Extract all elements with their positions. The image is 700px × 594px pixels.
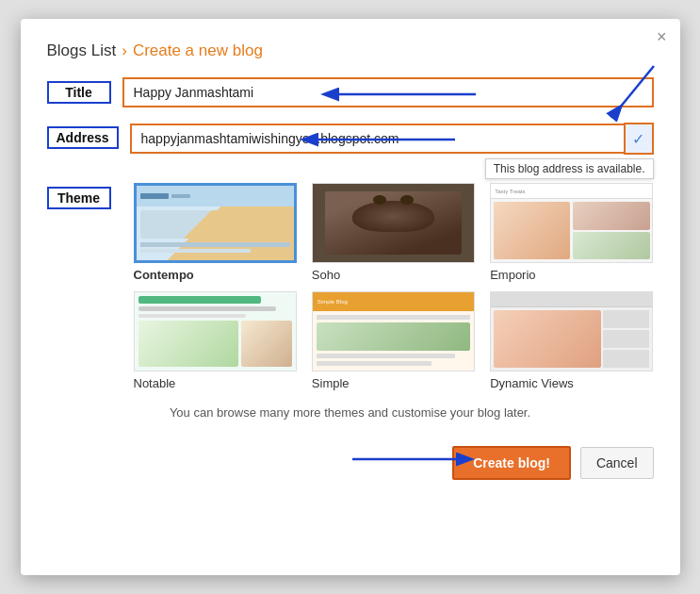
breadcrumb-blogs-list: Blogs List: [47, 41, 117, 60]
footer-buttons: Create blog! Cancel: [47, 438, 654, 480]
breadcrumb: Blogs List › Create a new blog: [47, 41, 654, 60]
theme-soho[interactable]: Soho: [312, 183, 475, 282]
theme-section: Theme: [47, 183, 654, 390]
dynamic-name: Dynamic Views: [490, 376, 574, 390]
theme-label: Theme: [47, 187, 111, 209]
theme-dynamic[interactable]: Dynamic Views: [490, 291, 653, 390]
address-arrow: [309, 130, 460, 153]
soho-name: Soho: [312, 268, 340, 282]
emporio-name: Emporio: [490, 268, 535, 282]
theme-emporio[interactable]: Tasty Treats Emporio: [490, 183, 653, 282]
cancel-button[interactable]: Cancel: [580, 447, 654, 479]
simple-thumbnail: Simple Blog: [312, 291, 475, 371]
simple-name: Simple: [312, 376, 350, 390]
address-row: Address ✓ This blog address is available…: [47, 123, 654, 155]
close-button[interactable]: ×: [657, 28, 667, 45]
address-label: Address: [47, 126, 119, 149]
theme-simple[interactable]: Simple Blog Simple: [312, 291, 475, 390]
create-blog-dialog: × Blogs List › Create a new blog Title A…: [21, 19, 680, 575]
available-arrow: [597, 61, 673, 137]
contempo-thumbnail: [134, 183, 297, 263]
browse-themes-text: You can browse many more themes and cust…: [47, 405, 654, 420]
title-row: Title: [47, 77, 654, 107]
breadcrumb-new-blog: Create a new blog: [133, 41, 263, 60]
emporio-thumbnail: Tasty Treats: [490, 183, 653, 263]
title-label: Title: [47, 81, 111, 104]
dynamic-thumbnail: [490, 291, 653, 371]
theme-grid: Contempo Soho: [134, 183, 654, 390]
contempo-name: Contempo: [134, 268, 194, 282]
notable-name: Notable: [134, 376, 176, 390]
breadcrumb-separator: ›: [122, 41, 127, 60]
title-arrow: [330, 85, 480, 107]
available-message: This blog address is available.: [485, 158, 654, 179]
theme-notable[interactable]: Notable: [134, 291, 297, 390]
theme-contempo[interactable]: Contempo: [134, 183, 297, 282]
create-arrow: [352, 448, 475, 470]
soho-thumbnail: [312, 183, 475, 263]
notable-thumbnail: [134, 291, 297, 371]
svg-line-5: [611, 66, 654, 118]
